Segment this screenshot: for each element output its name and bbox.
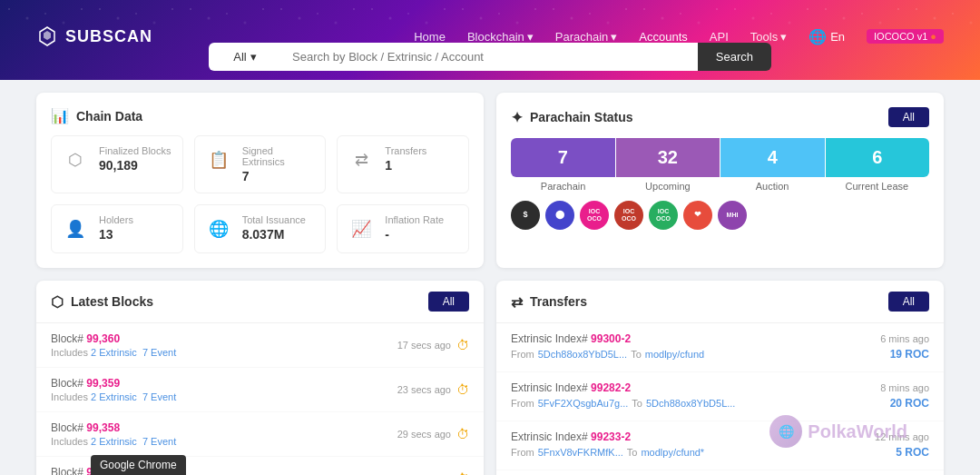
block-link-99360[interactable]: 99,360 [86,332,120,345]
header: SUBSCAN Home Blockchain ▾ Parachain ▾ Ac… [0,0,980,80]
clock-icon-2: ⏱ [456,427,469,441]
chart-icon: 📊 [51,107,69,124]
svg-marker-1 [44,31,51,40]
transfer-item: Extrinsic Index# 99282-2 8 mins ago From… [496,372,944,421]
block-item: Block# 99,359 Includes 2 Extrinsic 7 Eve… [36,368,484,412]
parachain-labels: Parachain Upcoming Auction Current Lease [511,181,929,192]
search-type-select[interactable]: All ▾ [209,43,281,71]
clock-icon-3: ⏱ [456,471,469,475]
block-link-99358[interactable]: 99,358 [86,421,120,434]
chevron-down-icon: ▾ [250,50,257,64]
nav-parachain[interactable]: Parachain ▾ [555,30,618,44]
transfer-from-2[interactable]: 5FnxV8vFKRMfK... [538,447,623,458]
transfers-title: ⇄ Transfers [511,293,587,311]
latest-blocks-card: ⬡ Latest Blocks All Block# 99,360 Includ… [36,281,484,475]
account-badge[interactable]: IOCOCO v1 ● [867,29,944,44]
parachain-icon: ✦ [511,109,523,126]
latest-blocks-header: ⬡ Latest Blocks All [36,281,484,323]
stat-finalized-blocks: ⬡ Finalized Blocks 90,189 [51,135,183,193]
parachain-icon-heart[interactable]: ❤ [683,201,712,230]
badge-dot: ● [930,31,936,42]
parachain-icon-ioc2[interactable]: IOCOCO [614,201,643,230]
transfer-icon: ⇄ [347,145,376,174]
globe-icon: 🌐 [808,28,827,45]
parachain-title: ✦ Parachain Status [511,109,633,126]
latest-blocks-title: ⬡ Latest Blocks [51,293,153,311]
nav-blockchain[interactable]: Blockchain ▾ [467,30,534,44]
stat-inflation-rate: 📈 Inflation Rate - [337,204,469,253]
parachain-icon-mhi[interactable]: MHI [718,201,747,230]
lang-button[interactable]: 🌐 En [808,28,845,45]
parachain-icon-ioc1[interactable]: IOCOCO [580,201,609,230]
transfers-all-button[interactable]: All [888,292,929,312]
transfer-item: Extrinsic Index# 99300-2 6 mins ago From… [496,323,944,372]
parachain-icon-dollar[interactable]: $ [511,201,540,230]
current-lease-count: 6 [826,138,930,177]
parachain-stats-bar: 7 32 4 6 [511,138,929,177]
logo-text: SUBSCAN [65,27,152,46]
transfer-link-0[interactable]: 99300-2 [591,332,631,345]
transfer-link-2[interactable]: 99233-2 [591,430,631,443]
watermark-text: PolkaWorld [808,421,907,442]
nav-tools[interactable]: Tools ▾ [750,30,787,44]
clock-icon-0: ⏱ [456,338,469,352]
search-input[interactable] [281,43,698,71]
blocks-icon: ⬡ [51,293,64,311]
transfer-to-1[interactable]: 5Dch88ox8YbD5L... [646,398,735,409]
upcoming-count: 32 [616,138,720,177]
parachain-icons: $ ⬤ IOCOCO IOCOCO IOCOCO ❤ MHI [511,201,929,230]
chain-data-title: 📊 Chain Data [51,107,469,124]
blocks-all-button[interactable]: All [428,292,469,312]
stat-signed-extrinsics: 📋 Signed Extrinsics 7 [194,135,327,193]
chain-data-card: 📊 Chain Data ⬡ Finalized Blocks 90,189 📋… [36,93,484,268]
search-bar: All ▾ Search [209,43,771,71]
transfer-item: Extrinsic Index# 99229-2 13 mins ago [496,470,944,475]
nav-home[interactable]: Home [414,30,446,44]
transfer-from-0[interactable]: 5Dch88ox8YbD5L... [538,349,627,360]
transfer-to-0[interactable]: modlpy/cfund [645,349,704,360]
transfers-icon: ⇄ [511,293,523,311]
polkaworld-icon: 🌐 [769,415,802,448]
chrome-tooltip: Google Chrome [91,455,186,475]
logo[interactable]: SUBSCAN [36,25,152,47]
cube-icon: ⬡ [61,145,90,174]
transfer-link-1[interactable]: 99282-2 [591,381,631,394]
nav-accounts[interactable]: Accounts [639,30,687,44]
stat-holders: 👤 Holders 13 [51,204,183,253]
clock-icon-1: ⏱ [456,382,469,397]
event-link-0[interactable]: 7 Event [142,347,176,358]
logo-icon [36,25,58,47]
parachain-icon-circle[interactable]: ⬤ [545,201,574,230]
event-link-2[interactable]: 7 Event [142,436,176,447]
parachain-count: 7 [511,138,615,177]
parachain-icon-ioc3[interactable]: IOCOCO [649,201,678,230]
watermark: 🌐 PolkaWorld [769,415,907,448]
search-button[interactable]: Search [698,43,771,71]
chain-data-grid: ⬡ Finalized Blocks 90,189 📋 Signed Extri… [51,135,469,253]
extrinsic-link-0[interactable]: 2 Extrinsic [91,347,137,358]
extrinsic-link-2[interactable]: 2 Extrinsic [91,436,137,447]
transfer-from-1[interactable]: 5FvF2XQsgbAu7g... [538,398,629,409]
event-link-1[interactable]: 7 Event [142,391,176,402]
transfers-header: ⇄ Transfers All [496,281,944,323]
block-item: Block# 99,360 Includes 2 Extrinsic 7 Eve… [36,323,484,368]
svg-marker-0 [40,27,54,45]
inflation-icon: 📈 [347,214,376,243]
stat-total-issuance: 🌐 Total Issuance 8.037M [194,204,327,253]
globe-icon: 🌐 [204,214,233,243]
parachain-status-card: ✦ Parachain Status All 7 32 4 6 P [496,93,944,268]
doc-icon: 📋 [204,145,233,174]
person-icon: 👤 [61,214,90,243]
block-item: Block# 99,358 Includes 2 Extrinsic 7 Eve… [36,412,484,457]
nav-api[interactable]: API [710,30,729,44]
parachain-header: ✦ Parachain Status All [511,107,929,127]
stat-transfers: ⇄ Transfers 1 [337,135,469,193]
auction-count: 4 [720,138,825,177]
transfer-to-2[interactable]: modlpy/cfund* [641,447,704,458]
extrinsic-link-1[interactable]: 2 Extrinsic [91,391,137,402]
parachain-all-button[interactable]: All [888,107,929,127]
block-link-99359[interactable]: 99,359 [86,377,120,390]
